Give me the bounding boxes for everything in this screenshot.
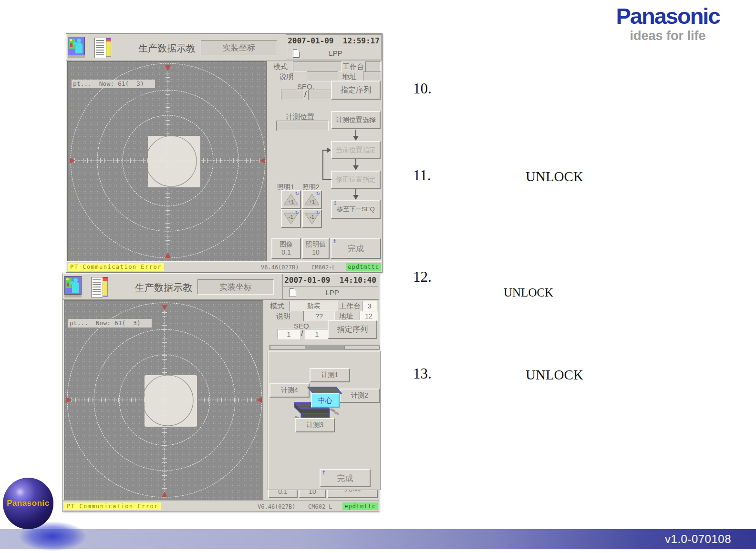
step-12-text: UNLOCK (504, 286, 553, 299)
mode-field[interactable] (293, 61, 342, 72)
step-10-number: 10. (413, 80, 432, 97)
camera-status-overlay: pt... Now: 61( 3) (72, 80, 155, 88)
slide: Panasonic ideas for life 10. 11. UNLOCK … (0, 0, 756, 553)
worktable-label: 工作台 (339, 302, 361, 311)
window1-title: 生产数据示教 (126, 42, 207, 55)
camera-reticle (68, 61, 266, 261)
status-model: CM602-L (308, 503, 332, 510)
status-version: V6.46(027B) (261, 264, 299, 271)
panasonic-tagline: ideas for life (602, 29, 734, 43)
rotate-icon: ↻ (316, 210, 320, 215)
rotate-icon: ↻ (316, 191, 320, 196)
send-icon: ↥ (333, 201, 337, 206)
file-page-icon (293, 49, 300, 58)
window2-datetime: 2007-01-09 14:10:40 (283, 274, 378, 287)
flow-arrow-1 (352, 130, 360, 141)
window2-header: 生产数据示教 实装坐标 2007-01-09 14:10:40 LPP (63, 273, 379, 300)
window1-subtitle: 实装坐标 (223, 42, 255, 53)
lighting2-minus-button[interactable]: -1↻ (302, 209, 322, 228)
seq-current-field[interactable]: 1 (278, 329, 300, 339)
measure-pos-select-button[interactable]: 计测位置选择 (331, 111, 381, 129)
step-13-number: 13. (413, 365, 432, 382)
window2-subtitle-box: 实装坐标 (197, 279, 274, 295)
status-user: epdtmttc (342, 502, 378, 510)
seq-current-field[interactable] (281, 90, 303, 100)
mode-field[interactable]: 贴装 (290, 301, 338, 311)
worktable-field[interactable] (365, 61, 381, 72)
window1-file-name: LPP (300, 49, 372, 57)
done-button[interactable]: ↥ 完成 (331, 238, 381, 259)
window2-date-panel: 2007-01-09 14:10:40 LPP (282, 274, 378, 299)
svg-text:+1: +1 (309, 199, 315, 205)
flow-loop-arrow (318, 146, 332, 183)
window2-subtitle: 实装坐标 (219, 282, 252, 293)
popup-divider-slot (344, 346, 380, 349)
status-error: PT Communication Error (68, 263, 164, 271)
send-icon: ↥ (332, 239, 337, 244)
current-pos-assign-button[interactable]: 当前位置指定 (331, 141, 381, 159)
flow-arrow-2 (352, 159, 360, 171)
correct-pos-assign-button[interactable]: 修正位置指定 (331, 171, 381, 189)
camera-view-1: pt... Now: 61( 3) (67, 61, 267, 261)
lighting-value-label: 照明值 (306, 240, 326, 248)
step-11-number: 11. (413, 167, 431, 184)
lighting-value-number: 10 (312, 248, 320, 256)
center-button[interactable]: 中心 (311, 393, 340, 408)
window2-title: 生产数据示教 (123, 281, 204, 294)
popup-done-button[interactable]: ↥ 完成 (320, 469, 371, 487)
status-user: epdtmttc (346, 263, 381, 271)
lighting1-minus-button[interactable]: -1↻ (281, 209, 301, 228)
teach-mode-icon[interactable] (64, 276, 82, 298)
mode-label: 模式 (273, 62, 288, 72)
seq-total-field[interactable]: 1 (305, 329, 329, 339)
flow-arrow-3 (352, 189, 360, 200)
measure3-button[interactable]: 计测3 (295, 418, 335, 432)
globe-wordmark: Panasonic (3, 499, 53, 508)
status-bar-2: PT Communication Error V6.46(027B) CM602… (63, 500, 379, 511)
desc-label: 说明 (276, 312, 290, 321)
footer-version: v1.0-070108 (665, 533, 731, 546)
data-edit-icon[interactable] (94, 37, 112, 59)
worktable-field[interactable]: 3 (362, 301, 377, 311)
image-gain-button[interactable]: 图像 0.1 (271, 238, 301, 259)
panasonic-globe-logo: Panasonic (3, 478, 53, 529)
mode-label: 模式 (270, 302, 284, 311)
seq-total-field[interactable] (308, 90, 332, 100)
svg-text:-1: -1 (310, 214, 314, 220)
svg-text:+1: +1 (288, 199, 294, 205)
lighting-value-button[interactable]: 照明值 10 (302, 238, 330, 259)
status-bar-1: PT Communication Error V6.46(027B) CM602… (66, 261, 382, 272)
lighting2-plus-button[interactable]: +1↻ (302, 190, 322, 209)
measure2-button[interactable]: 计测2 (340, 389, 380, 403)
worktable-label: 工作台 (342, 62, 364, 72)
panasonic-wordmark: Panasonic (602, 3, 734, 29)
assign-sequence-button[interactable]: 指定序列 (331, 81, 381, 100)
status-error: PT Communication Error (64, 502, 161, 510)
popup-divider-slot (270, 346, 305, 349)
seq-slash: / (301, 329, 303, 338)
window1-date-panel: 2007-01-09 12:59:17 LPP (286, 34, 382, 60)
assign-sequence-button[interactable]: 指定序列 (328, 320, 377, 339)
next-seq-label: 移至下一SEQ (337, 205, 374, 214)
data-edit-icon[interactable] (91, 276, 108, 298)
measure1-button[interactable]: 计测1 (310, 368, 350, 382)
lighting1-plus-button[interactable]: +1↻ (281, 190, 301, 209)
done-label: 完成 (348, 243, 364, 254)
measure-pos-field[interactable] (276, 121, 329, 131)
status-version: V6.46(027B) (258, 503, 295, 510)
popup-done-label: 完成 (337, 473, 353, 484)
status-model: CM602-L (311, 264, 336, 271)
next-seq-button[interactable]: ↥ 移至下一SEQ (331, 200, 381, 219)
window1-header: 生产数据示教 实装坐标 2007-01-09 12:59:17 LPP (66, 34, 382, 61)
window1-datetime: 2007-01-09 12:59:17 (286, 35, 381, 47)
step-11-text: UNLOCK (526, 169, 583, 184)
footer-strip (0, 529, 756, 549)
desc-label: 说明 (280, 72, 294, 82)
send-icon: ↥ (321, 470, 326, 475)
rotate-icon: ↻ (295, 210, 299, 215)
step-12-number: 12. (413, 268, 432, 286)
seq-slash: / (304, 90, 307, 99)
popup-divider-bar[interactable] (269, 345, 380, 350)
teach-mode-icon[interactable] (68, 37, 85, 59)
file-page-icon (290, 288, 296, 297)
